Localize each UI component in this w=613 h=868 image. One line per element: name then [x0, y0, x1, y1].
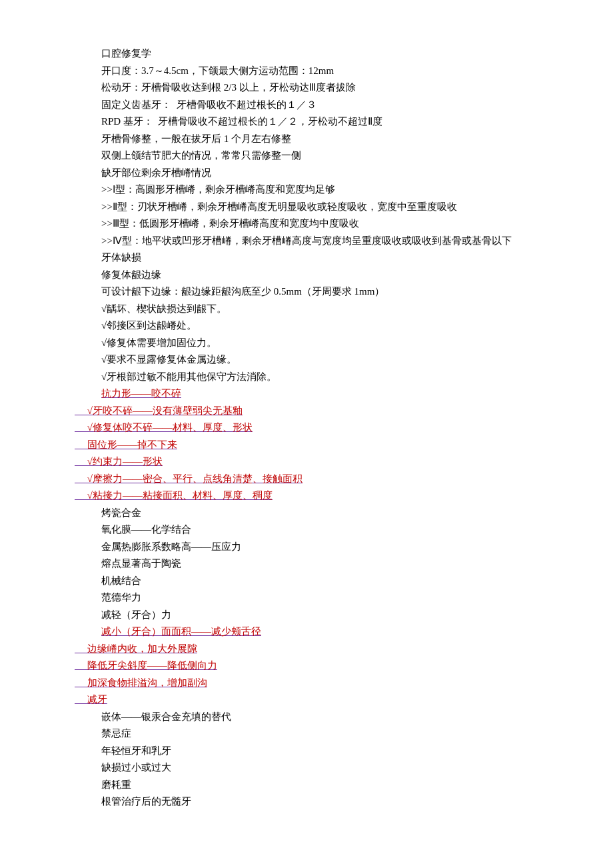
text-line: 范德华力	[0, 589, 613, 607]
text-line: 熔点显著高于陶瓷	[0, 555, 613, 573]
text-line: 牙体缺损	[0, 249, 613, 267]
document-page: 口腔修复学开口度：3.7～4.5cm，下颌最大侧方运动范围：12mm松动牙：牙槽…	[0, 0, 613, 868]
link-text-line: √约束力——形状	[0, 453, 613, 471]
text-line: 开口度：3.7～4.5cm，下颌最大侧方运动范围：12mm	[0, 63, 613, 80]
text-line: 松动牙：牙槽骨吸收达到根 2/3 以上，牙松动达Ⅲ度者拔除	[0, 79, 613, 97]
text-line: 嵌体——银汞合金充填的替代	[0, 709, 613, 726]
text-line: 缺损过小或过大	[0, 759, 613, 777]
link-text-line: 降低牙尖斜度——降低侧向力	[0, 657, 613, 675]
link-text-line: 减小（牙合）面面积——减少颊舌径	[0, 623, 613, 641]
link-text-line: 加深食物排溢沟，增加副沟	[0, 675, 613, 692]
text-line: 烤瓷合金	[0, 505, 613, 522]
link-text-line: √修复体咬不碎——材料、厚度、形状	[0, 419, 613, 437]
text-line: 年轻恒牙和乳牙	[0, 743, 613, 760]
text-line: >>Ⅳ型：地平状或凹形牙槽嵴，剩余牙槽嵴高度与宽度均呈重度吸收或吸收到基骨或基骨…	[0, 233, 613, 250]
text-line: 根管治疗后的无髓牙	[0, 793, 613, 811]
text-line: >>Ⅱ型：刃状牙槽嵴，剩余牙槽嵴高度无明显吸收或轻度吸收，宽度中至重度吸收	[0, 199, 613, 216]
text-line: 金属热膨胀系数略高——压应力	[0, 539, 613, 556]
text-line: 双侧上颌结节肥大的情况，常常只需修整一侧	[0, 147, 613, 165]
text-line: √要求不显露修复体金属边缘。	[0, 351, 613, 369]
text-line: 机械结合	[0, 573, 613, 590]
text-line: 固定义齿基牙： 牙槽骨吸收不超过根长的１／３	[0, 97, 613, 114]
text-line: 牙槽骨修整，一般在拔牙后 1 个月左右修整	[0, 131, 613, 148]
link-text-line: 边缘嵴内收，加大外展隙	[0, 641, 613, 658]
text-line: >>Ⅰ型：高圆形牙槽嵴，剩余牙槽嵴高度和宽度均足够	[0, 181, 613, 199]
text-line: √邻接区到达龈嵴处。	[0, 317, 613, 335]
text-line: √龋坏、楔状缺损达到龈下。	[0, 301, 613, 318]
text-line: 氧化膜——化学结合	[0, 521, 613, 539]
text-line: 缺牙部位剩余牙槽嵴情况	[0, 165, 613, 182]
text-line: RPD 基牙： 牙槽骨吸收不超过根长的１／２，牙松动不超过Ⅱ度	[0, 113, 613, 131]
link-text-line: √牙咬不碎——没有薄壁弱尖无基釉	[0, 403, 613, 420]
text-line: >>Ⅲ型：低圆形牙槽嵴，剩余牙槽嵴高度和宽度均中度吸收	[0, 215, 613, 233]
text-line: 减轻（牙合）力	[0, 607, 613, 624]
text-line: 口腔修复学	[0, 45, 613, 63]
link-text-line: √粘接力——粘接面积、材料、厚度、稠度	[0, 487, 613, 505]
link-text-line: 固位形——掉不下来	[0, 437, 613, 454]
text-line: √修复体需要增加固位力。	[0, 335, 613, 352]
text-line: 禁忌症	[0, 725, 613, 743]
text-line: 修复体龈边缘	[0, 267, 613, 284]
text-line: 可设计龈下边缘：龈边缘距龈沟底至少 0.5mm（牙周要求 1mm）	[0, 283, 613, 301]
link-text-line: 减牙	[0, 691, 613, 709]
link-text-line: √摩擦力——密合、平行、点线角清楚、接触面积	[0, 471, 613, 488]
text-line: 磨耗重	[0, 777, 613, 794]
link-text-line: 抗力形——咬不碎	[0, 385, 613, 403]
text-line: √牙根部过敏不能用其他保守方法消除。	[0, 369, 613, 386]
